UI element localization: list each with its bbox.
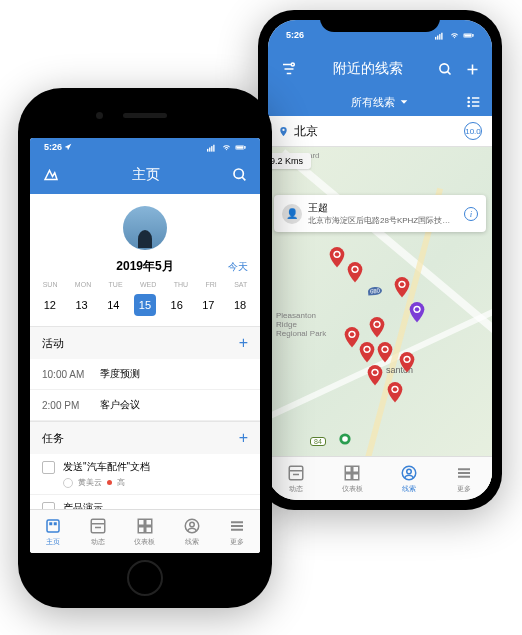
status-bar-8: 5:26 — [30, 138, 260, 156]
more-icon — [455, 464, 473, 482]
svg-rect-50 — [346, 473, 352, 479]
svg-point-26 — [400, 282, 404, 286]
tab-more[interactable]: 更多 — [228, 517, 246, 547]
speaker — [123, 113, 167, 118]
svg-rect-58 — [209, 147, 210, 151]
weekdays: SUN MON TUE WED THU FRI SAT — [30, 279, 260, 290]
notch — [320, 10, 440, 32]
map-pin[interactable] — [328, 247, 346, 269]
svg-point-22 — [335, 252, 339, 256]
tab-feed[interactable]: 动态 — [89, 517, 107, 547]
map-view[interactable]: Hayward Pleasanton Ridge Regional Park s… — [268, 147, 492, 487]
svg-rect-73 — [146, 519, 152, 525]
date-cell[interactable]: 16 — [166, 294, 188, 316]
event-row[interactable]: 10:00 AM 季度预测 — [30, 359, 260, 390]
screen-x: 5:26 附近的线索 所有线索 北京 10.0 — [268, 20, 492, 500]
location-row[interactable]: 北京 10.0 — [268, 116, 492, 147]
more-icon — [228, 517, 246, 535]
tabbar-x: 动态 仪表板 线索 更多 — [268, 456, 492, 500]
event-row[interactable]: 2:00 PM 客户会议 — [30, 390, 260, 421]
map-pin[interactable] — [376, 342, 394, 364]
list-view-icon[interactable] — [466, 94, 482, 110]
map-pin[interactable] — [368, 317, 386, 339]
map-pin[interactable] — [408, 302, 426, 324]
header-title-x: 附近的线索 — [333, 60, 403, 78]
task-checkbox[interactable] — [42, 461, 55, 474]
tabbar-8: 主页 动态 仪表板 线索 更多 — [30, 509, 260, 553]
svg-point-64 — [234, 169, 243, 178]
feed-icon — [89, 517, 107, 535]
date-cell[interactable]: 17 — [197, 294, 219, 316]
add-activity-button[interactable]: + — [239, 334, 248, 352]
svg-rect-48 — [346, 466, 352, 472]
event-title: 季度预测 — [100, 367, 140, 381]
date-cell[interactable]: 12 — [39, 294, 61, 316]
tab-more[interactable]: 更多 — [455, 464, 473, 494]
info-icon[interactable]: i — [464, 207, 478, 221]
svg-point-77 — [190, 522, 195, 527]
filter-icon[interactable] — [280, 60, 298, 78]
task-priority: 高 — [117, 477, 125, 488]
svg-rect-74 — [138, 526, 144, 532]
svg-point-36 — [383, 347, 387, 351]
today-button[interactable]: 今天 — [228, 260, 248, 274]
weekday: TUE — [109, 281, 123, 288]
svg-rect-57 — [207, 148, 208, 151]
map-pin[interactable] — [366, 365, 384, 387]
map-pin[interactable] — [358, 342, 376, 364]
lead-avatar: 👤 — [282, 204, 302, 224]
month-label[interactable]: 2019年5月 — [116, 258, 173, 275]
search-icon[interactable] — [438, 62, 453, 77]
tab-leads[interactable]: 线索 — [183, 517, 201, 547]
logo-icon[interactable] — [42, 166, 60, 184]
map-pin[interactable] — [393, 277, 411, 299]
svg-point-38 — [405, 357, 409, 361]
svg-line-65 — [242, 177, 245, 180]
add-icon[interactable] — [465, 62, 480, 77]
tasks-title: 任务 — [42, 431, 64, 446]
map-pin[interactable] — [386, 382, 404, 404]
subheader-x[interactable]: 所有线索 — [268, 88, 492, 116]
svg-point-16 — [468, 101, 469, 102]
date-cell[interactable]: 13 — [71, 294, 93, 316]
task-owner: 黄美云 — [78, 477, 102, 488]
leads-icon — [400, 464, 418, 482]
home-button[interactable] — [127, 560, 163, 596]
event-time: 10:00 AM — [42, 369, 90, 380]
date-cell[interactable]: 14 — [102, 294, 124, 316]
add-task-button[interactable]: + — [239, 429, 248, 447]
svg-rect-66 — [47, 520, 59, 532]
phone-x-frame: 5:26 附近的线索 所有线索 北京 10.0 — [258, 10, 502, 510]
svg-rect-6 — [473, 34, 474, 36]
weekday: WED — [140, 281, 156, 288]
lead-address: 北京市海淀区后电路28号KPHZ国际技术转移… — [308, 215, 458, 226]
header-title-8: 主页 — [132, 166, 160, 184]
weekday: FRI — [206, 281, 217, 288]
svg-rect-0 — [435, 36, 436, 39]
map-pin[interactable] — [398, 352, 416, 374]
leads-icon — [183, 517, 201, 535]
radius-badge[interactable]: 10.0 — [464, 122, 482, 140]
date-cell-selected[interactable]: 15 — [134, 294, 156, 316]
tab-home[interactable]: 主页 — [44, 517, 62, 547]
month-row: 2019年5月 今天 — [30, 254, 260, 279]
svg-rect-67 — [49, 522, 52, 525]
signal-icon — [435, 30, 446, 41]
tab-dashboard[interactable]: 仪表板 — [134, 517, 155, 547]
weekday: SUN — [43, 281, 58, 288]
search-icon[interactable] — [232, 167, 248, 183]
map-pin[interactable] — [346, 262, 364, 284]
svg-rect-3 — [441, 32, 442, 39]
date-cell[interactable]: 18 — [229, 294, 251, 316]
profile-avatar[interactable] — [123, 206, 167, 250]
status-time-8: 5:26 — [44, 142, 62, 152]
task-row[interactable]: 发送"汽车配件"文档 黄美云 高 — [30, 454, 260, 495]
tab-leads[interactable]: 线索 — [400, 464, 418, 494]
svg-point-42 — [393, 387, 397, 391]
lead-info-card[interactable]: 👤 王超 北京市海淀区后电路28号KPHZ国际技术转移… i — [274, 195, 486, 232]
svg-point-30 — [375, 322, 379, 326]
svg-point-24 — [353, 267, 357, 271]
tab-feed[interactable]: 动态 — [287, 464, 305, 494]
tab-dashboard[interactable]: 仪表板 — [342, 464, 363, 494]
filter-label: 所有线索 — [351, 95, 395, 110]
